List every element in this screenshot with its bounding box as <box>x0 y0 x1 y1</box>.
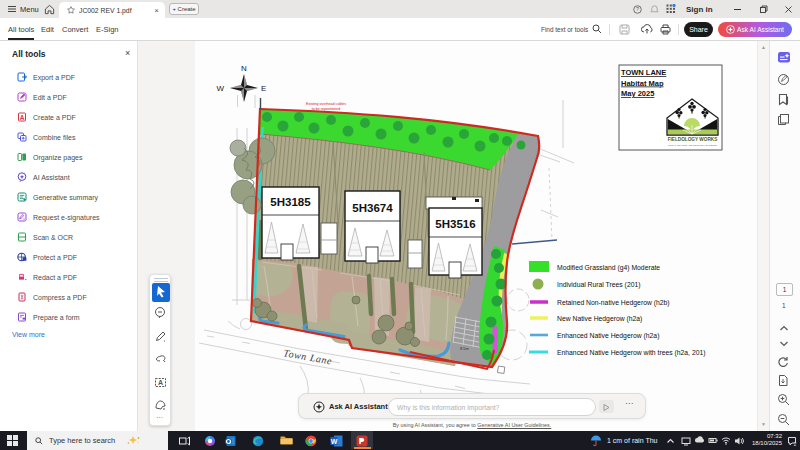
svg-text:Habitat Map: Habitat Map <box>621 79 664 88</box>
svg-text:2: 2 <box>794 441 797 445</box>
svg-text:Retained Non-native Hedgerow: Retained Non-native Hedgerow (h2b) <box>557 299 670 307</box>
svg-text:May 2025: May 2025 <box>621 89 654 98</box>
svg-text:5H3674: 5H3674 <box>352 202 393 214</box>
svg-text:W: W <box>331 437 338 444</box>
svg-text:Individual Rural Trees (201): Individual Rural Trees (201) <box>557 281 641 289</box>
svg-text:W: W <box>216 84 224 93</box>
svg-text:Enhanced Native Hedgerow with: Enhanced Native Hedgerow with trees (h2a… <box>557 349 705 357</box>
svg-text:5H3185: 5H3185 <box>270 196 311 208</box>
svg-text:TOWN LANE: TOWN LANE <box>621 68 666 77</box>
svg-text:N: N <box>241 64 247 73</box>
svg-text:Enhanced Native Hedgerow (h2a: Enhanced Native Hedgerow (h2a) <box>557 332 659 340</box>
svg-text:A: A <box>20 114 25 121</box>
svg-text:Modified Grassland (g4) Modera: Modified Grassland (g4) Moderate <box>557 264 660 272</box>
svg-text:Existing overhead cables: Existing overhead cables <box>306 102 346 106</box>
svg-text:RURAL GRANTS AND ECOLOGY EXPER: RURAL GRANTS AND ECOLOGY EXPERTS <box>668 144 717 147</box>
svg-text:FIELDOLOGY WORKS: FIELDOLOGY WORKS <box>668 137 718 142</box>
svg-text:8.5m: 8.5m <box>460 346 470 351</box>
svg-text:New Native Hedgerow (h2a): New Native Hedgerow (h2a) <box>557 315 642 323</box>
svg-text:5H3516: 5H3516 <box>435 218 475 230</box>
svg-text:?: ? <box>636 6 639 12</box>
svg-text:to be repositioned: to be repositioned <box>312 107 341 111</box>
svg-text:E: E <box>261 84 266 93</box>
svg-text:A: A <box>158 379 163 386</box>
